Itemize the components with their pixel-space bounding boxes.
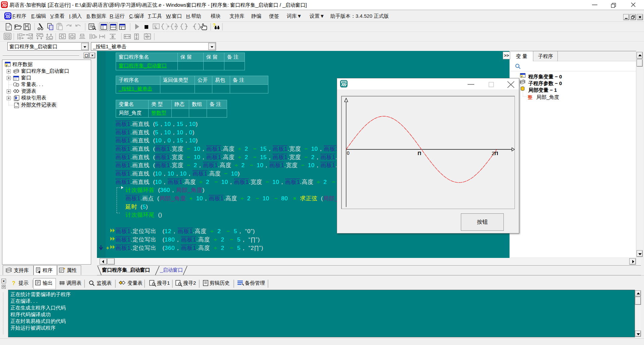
- svg-text:剪辑历史: 剪辑历史: [210, 280, 230, 286]
- svg-text:监视表: 监视表: [97, 280, 112, 286]
- svg-text:e: e: [6, 64, 7, 67]
- svg-text:?: ?: [12, 280, 15, 286]
- svg-text:调用表: 调用表: [66, 280, 82, 286]
- svg-text:备份管理: 备份管理: [245, 280, 265, 286]
- svg-text:变量表: 变量表: [127, 280, 143, 286]
- svg-text:输出: 输出: [43, 280, 53, 286]
- svg-text:2Π: 2Π: [492, 150, 498, 156]
- svg-text:Π: Π: [418, 150, 421, 156]
- svg-text:0: 0: [347, 150, 350, 156]
- svg-text:整: 整: [528, 94, 533, 100]
- svg-text:提示: 提示: [18, 280, 29, 286]
- svg-text:e: e: [521, 75, 523, 78]
- svg-text:搜寻2: 搜寻2: [183, 280, 196, 286]
- svg-text:搜寻1: 搜寻1: [157, 280, 170, 286]
